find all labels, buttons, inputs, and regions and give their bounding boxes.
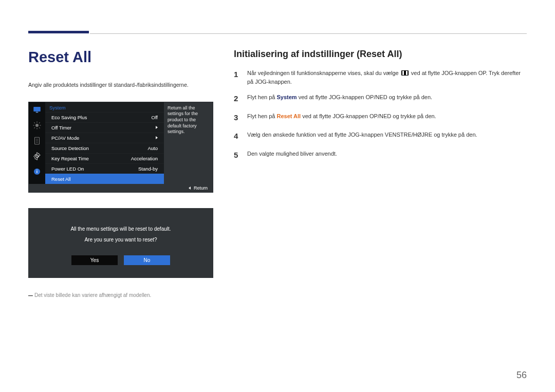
confirm-no-button[interactable]: No xyxy=(124,255,170,265)
svg-point-2 xyxy=(35,124,39,127)
step-5: 5 Den valgte mulighed bliver anvendt. xyxy=(234,150,527,161)
gear-icon xyxy=(31,151,43,162)
confirm-yes-button[interactable]: Yes xyxy=(71,255,118,265)
step-text-part: ved at flytte JOG-knappen OP/NED og tryk… xyxy=(301,113,436,119)
step-number: 1 xyxy=(234,69,241,86)
monitor-icon xyxy=(31,104,43,116)
header-divider xyxy=(90,33,527,34)
step-number: 4 xyxy=(234,130,241,142)
step-4: 4 Vælg den ønskede funktion ved at flytt… xyxy=(234,130,527,142)
step-highlight-system: System xyxy=(276,94,297,100)
step-text-part: Flyt hen på xyxy=(247,113,276,119)
step-3: 3 Flyt hen på Reset All ved at flytte JO… xyxy=(234,112,527,124)
svg-text:i: i xyxy=(36,170,38,174)
info-icon: i xyxy=(31,166,43,177)
osd-row-pc-av-mode[interactable]: PC/AV Mode xyxy=(45,133,164,143)
step-text-part: Flyt hen på xyxy=(247,94,276,100)
step-text: Den valgte mulighed bliver anvendt. xyxy=(247,150,527,161)
osd-row-label: Reset All xyxy=(51,176,71,182)
osd-row-label: Power LED On xyxy=(51,166,84,172)
step-number: 5 xyxy=(234,150,241,161)
sun-icon xyxy=(31,120,43,131)
menu-icon xyxy=(401,70,409,76)
confirm-line1: All the menu settings will be reset to d… xyxy=(28,226,213,232)
step-text-part: Når vejledningen til funktionsknapperne … xyxy=(247,70,400,76)
step-1: 1 Når vejledningen til funktionsknappern… xyxy=(234,69,527,86)
osd-row-value: Auto xyxy=(147,145,158,151)
osd-row-label: Off Timer xyxy=(51,125,71,130)
step-2: 2 Flyt hen på System ved at flytte JOG-k… xyxy=(234,93,527,105)
right-section-title: Initialisering af indstillinger (Reset A… xyxy=(234,49,527,60)
osd-row-value: Off xyxy=(152,115,158,120)
osd-row-label: Key Repeat Time xyxy=(51,156,89,161)
osd-row-value: Stand-by xyxy=(138,166,158,172)
footnote: –Det viste billede kan variere afhængigt… xyxy=(28,291,213,300)
svg-line-8 xyxy=(39,127,40,128)
step-text: Flyt hen på System ved at flytte JOG-kna… xyxy=(247,93,527,105)
section-title: Reset All xyxy=(28,49,213,66)
chevron-left-icon xyxy=(189,186,191,190)
svg-line-10 xyxy=(39,122,40,123)
dash-icon: – xyxy=(28,291,33,300)
svg-rect-0 xyxy=(33,107,41,111)
osd-description: Return all the settings for the product … xyxy=(164,102,213,184)
page-number: 56 xyxy=(516,370,527,381)
osd-row-value: Acceleration xyxy=(131,156,158,161)
svg-line-7 xyxy=(34,122,35,123)
document-icon xyxy=(31,135,43,146)
osd-row-eco-saving[interactable]: Eco Saving Plus Off xyxy=(45,112,164,122)
step-number: 2 xyxy=(234,93,241,105)
step-highlight-reset-all: Reset All xyxy=(276,113,301,119)
step-text: Vælg den ønskede funktion ved at flytte … xyxy=(247,130,527,142)
chevron-right-icon xyxy=(156,136,158,139)
confirm-line2: Are you sure you want to reset? xyxy=(28,237,213,242)
osd-row-power-led[interactable]: Power LED On Stand-by xyxy=(45,163,164,174)
osd-row-label: Source Detection xyxy=(51,145,89,151)
osd-row-off-timer[interactable]: Off Timer xyxy=(45,122,164,133)
step-text-part: ved at flytte JOG-knappen OP/NED og tryk… xyxy=(297,94,433,100)
osd-footer: Return xyxy=(29,184,213,192)
svg-point-15 xyxy=(36,155,39,157)
osd-footer-label: Return xyxy=(194,185,208,191)
svg-line-9 xyxy=(34,127,35,128)
step-text: Når vejledningen til funktionsknapperne … xyxy=(247,69,527,86)
header-accent-bar xyxy=(28,31,89,33)
osd-row-label: PC/AV Mode xyxy=(51,135,79,141)
osd-menu-panel: i System Eco Saving Plus Off Off Timer P… xyxy=(28,102,213,193)
osd-category-header: System xyxy=(45,102,164,112)
intro-text: Angiv alle produktets indstillinger til … xyxy=(28,81,213,89)
step-number: 3 xyxy=(234,112,241,124)
chevron-right-icon xyxy=(156,126,158,129)
osd-row-key-repeat[interactable]: Key Repeat Time Acceleration xyxy=(45,153,164,163)
confirm-dialog: All the menu settings will be reset to d… xyxy=(28,208,213,278)
osd-row-source-detection[interactable]: Source Detection Auto xyxy=(45,143,164,153)
osd-sidebar: i xyxy=(29,102,45,184)
step-text: Flyt hen på Reset All ved at flytte JOG-… xyxy=(247,112,527,124)
osd-row-reset-all[interactable]: Reset All xyxy=(45,174,164,184)
svg-rect-1 xyxy=(36,111,39,113)
osd-main: System Eco Saving Plus Off Off Timer PC/… xyxy=(45,102,164,184)
footnote-text: Det viste billede kan variere afhængigt … xyxy=(34,292,151,298)
osd-row-label: Eco Saving Plus xyxy=(51,115,87,120)
